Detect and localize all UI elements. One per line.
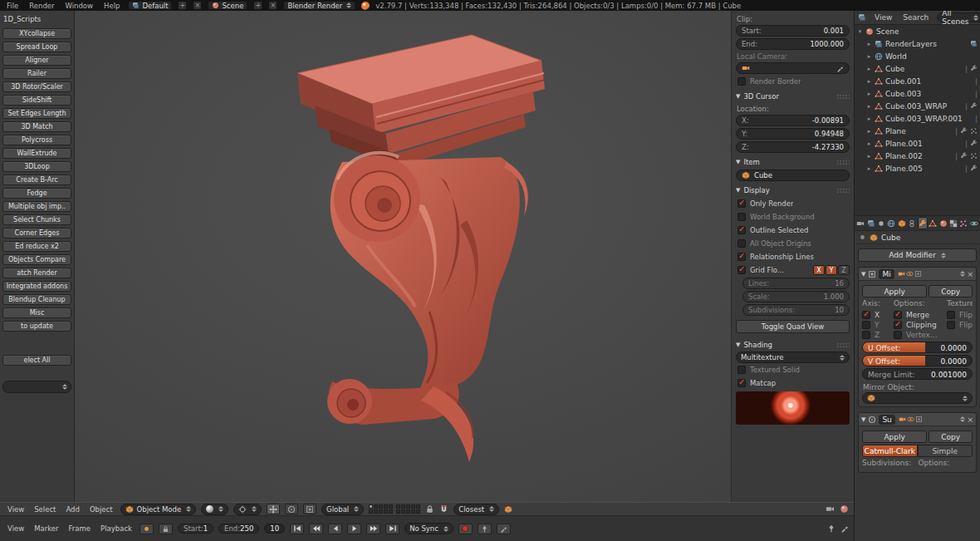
layer-cell[interactable] <box>379 509 383 514</box>
view-menu[interactable]: View <box>5 505 27 514</box>
clip-start-field[interactable]: Start: 0.001 <box>736 25 850 37</box>
outliner-row-cube003-wrap001[interactable]: ▸ Cube.003_WRAP.001 | <box>855 112 980 125</box>
layers-toggle-icon[interactable] <box>970 40 978 47</box>
translate-manipulator-button[interactable] <box>267 504 280 514</box>
tab-scene[interactable] <box>876 217 886 229</box>
layer-cell[interactable] <box>411 509 415 514</box>
grid-scale-field[interactable]: Scale: 1.000 <box>742 291 850 302</box>
tool-button-3d-rotor-scaler[interactable]: 3D Rotor/Scaler <box>2 81 71 92</box>
expand-icon[interactable]: ▸ <box>866 41 872 47</box>
tool-button-set-edges-length[interactable]: Set Edges Length <box>2 108 71 119</box>
outliner-view-menu[interactable]: View <box>872 13 894 22</box>
expand-icon[interactable]: ▾ <box>857 28 863 35</box>
outliner-editor-icon[interactable] <box>858 13 866 22</box>
v-offset-slider[interactable]: V Offset: 0.0000 <box>862 355 973 366</box>
expand-icon[interactable]: ▸ <box>866 66 872 72</box>
add-scene-button[interactable]: + <box>253 1 262 10</box>
add-modifier-dropdown[interactable]: Add Modifier <box>858 248 977 262</box>
textured-solid-checkbox[interactable]: Textured Solid <box>736 364 850 376</box>
pin-icon[interactable] <box>859 234 866 241</box>
rotate-manipulator-button[interactable] <box>285 504 298 514</box>
flip-u-checkbox[interactable]: Flip U <box>947 311 973 319</box>
outliner-row-plane[interactable]: ▸ Plane | <box>855 125 980 137</box>
outliner-search-menu[interactable]: Search <box>900 13 931 22</box>
render-toggle-icon[interactable] <box>898 270 905 278</box>
viewport-3d[interactable]: Clip: Start: 0.001 End: 1000.000 Local C… <box>75 11 854 502</box>
merge-limit-slider[interactable]: Merge Limit: 0.001000 <box>862 368 973 380</box>
tool-button-corner-edges[interactable]: Corner Edges <box>2 228 71 239</box>
scale-manipulator-button[interactable] <box>303 504 316 514</box>
world-background-checkbox[interactable]: World Background <box>736 211 850 223</box>
menu-render[interactable]: Render <box>27 2 56 10</box>
layer-cell[interactable] <box>389 509 393 514</box>
layer-cell[interactable] <box>396 509 400 514</box>
item-name-field[interactable]: Cube <box>736 170 850 181</box>
jump-to-end-button[interactable] <box>385 524 399 534</box>
timeline-playback-menu[interactable]: Playback <box>98 524 135 533</box>
visibility-toggle-icon[interactable] <box>907 416 914 423</box>
play-reverse-button[interactable] <box>328 524 342 534</box>
lock-time-button[interactable] <box>159 524 173 534</box>
render-engine-dropdown[interactable]: Blender Render <box>283 1 355 10</box>
expand-icon[interactable]: ▸ <box>866 140 872 147</box>
tab-constraints[interactable] <box>907 217 917 229</box>
screen-layout-dropdown[interactable]: Default <box>128 1 172 10</box>
outliner-row-cube003[interactable]: ▸ Cube.003 | <box>855 87 980 100</box>
axis-y-button[interactable]: Y <box>826 265 837 275</box>
add-menu[interactable]: Add <box>63 505 81 514</box>
catmull-clark-button[interactable]: Catmull-Clark <box>862 445 918 457</box>
tool-button-railer[interactable]: Railer <box>2 68 71 79</box>
play-button[interactable] <box>347 524 361 534</box>
outliner-row-scene[interactable]: ▾ Scene <box>855 25 980 37</box>
layer-cell[interactable] <box>384 509 388 514</box>
sync-dropdown[interactable]: No Sync <box>404 523 453 534</box>
cursor-y-field[interactable]: Y: 0.94948 <box>736 128 850 140</box>
outliner-row-cube003-wrap[interactable]: ▸ Cube.003_WRAP | <box>855 100 980 112</box>
cursor-x-field[interactable]: X: -0.00891 <box>736 115 850 126</box>
outliner-row-plane001[interactable]: ▸ Plane.001 | <box>855 137 980 150</box>
tool-button-xycollapse[interactable]: XYcollapse <box>2 28 71 39</box>
axis-z-button[interactable]: Z <box>838 265 850 275</box>
layer-cell[interactable] <box>379 504 383 509</box>
orientation-dropdown[interactable]: Global <box>321 504 364 515</box>
outline-selected-checkbox[interactable]: Outline Selected <box>736 224 850 236</box>
modifier-name-field[interactable]: Su <box>879 415 894 425</box>
tool-button-polycross[interactable]: Polycross <box>2 135 71 145</box>
outliner-row-cube[interactable]: ▸ Cube | <box>855 62 980 75</box>
move-modifier-arrows[interactable] <box>960 271 965 277</box>
preview-range-button[interactable] <box>140 524 154 534</box>
timeline-marker-menu[interactable]: Marker <box>32 524 61 533</box>
expand-icon[interactable]: ▸ <box>866 165 872 172</box>
edit-mode-toggle-icon[interactable] <box>915 416 923 423</box>
tool-button-batch-render[interactable]: atch Render <box>2 268 71 278</box>
wrench-icon[interactable] <box>960 127 968 135</box>
tab-material[interactable] <box>938 217 948 229</box>
close-scene-button[interactable]: × <box>268 1 277 10</box>
tool-button-select-chunks[interactable]: Select Chunks <box>2 214 71 225</box>
driver-icon[interactable] <box>840 524 849 533</box>
flip-v-checkbox[interactable]: Flip V <box>947 321 973 329</box>
timeline-view-menu[interactable]: View <box>5 524 27 533</box>
keying-set-button[interactable] <box>478 524 492 534</box>
select-menu[interactable]: Select <box>32 505 58 514</box>
menu-file[interactable]: File <box>4 2 21 10</box>
frame-end-field[interactable]: End: 250 <box>218 524 259 534</box>
tool-button-create-b-arc[interactable]: Create B-Arc <box>2 175 71 185</box>
tab-render[interactable] <box>855 217 865 229</box>
snap-target-dropdown[interactable]: Closest <box>453 504 499 515</box>
mirror-object-dropdown[interactable] <box>862 392 973 404</box>
wrench-icon[interactable] <box>970 165 978 172</box>
viewport-shading-dropdown[interactable] <box>201 504 228 515</box>
mirror-y-checkbox[interactable]: Y <box>862 321 892 329</box>
tool-button-sideshift[interactable]: SideShift <box>2 95 71 106</box>
auto-keyframe-button[interactable] <box>458 524 473 534</box>
layer-cell[interactable] <box>374 509 378 514</box>
mirror-x-checkbox[interactable]: X <box>862 311 892 319</box>
clip-end-field[interactable]: End: 1000.000 <box>736 38 850 50</box>
tool-button-wallextrude[interactable]: WallExtrude <box>2 148 71 159</box>
layer-cell[interactable] <box>401 504 405 509</box>
expand-icon[interactable]: ▸ <box>866 116 872 122</box>
keying-dot-icon[interactable] <box>827 524 835 533</box>
layer-cell[interactable] <box>384 504 388 509</box>
expand-icon[interactable]: ▸ <box>866 53 872 60</box>
